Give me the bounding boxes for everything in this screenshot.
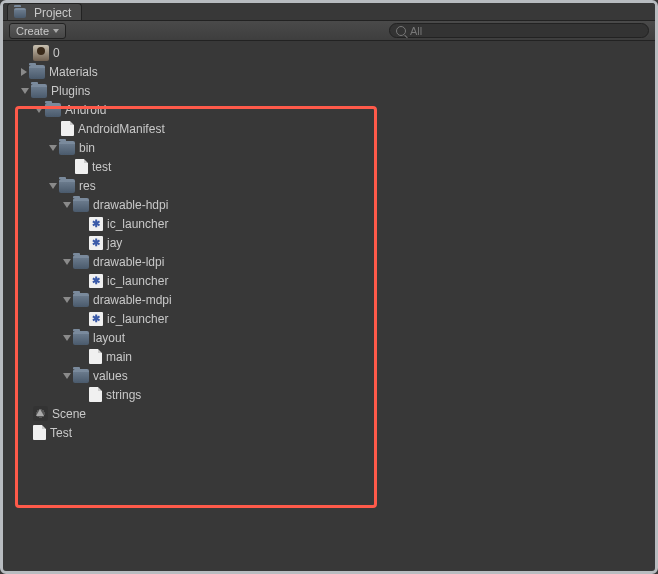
tree-row[interactable]: drawable-mdpi	[3, 290, 655, 309]
search-icon	[396, 26, 406, 36]
image-icon: ✱	[89, 217, 103, 231]
tree-item-label: strings	[106, 388, 141, 402]
create-button[interactable]: Create	[9, 23, 66, 39]
image-icon: ✱	[89, 236, 103, 250]
search-input[interactable]	[410, 25, 642, 37]
folder-icon	[73, 331, 89, 345]
disclosure-arrow-icon[interactable]	[21, 68, 27, 76]
folder-icon	[59, 141, 75, 155]
arrow-spacer	[77, 276, 87, 286]
tree-row[interactable]: Scene	[3, 404, 655, 423]
tree-item-label: values	[93, 369, 128, 383]
arrow-spacer	[77, 314, 87, 324]
folder-icon	[73, 369, 89, 383]
tree-row[interactable]: layout	[3, 328, 655, 347]
document-icon	[61, 121, 74, 136]
tree-item-label: ic_launcher	[107, 217, 168, 231]
arrow-spacer	[49, 124, 59, 134]
tab-label: Project	[34, 6, 71, 20]
document-icon	[33, 425, 46, 440]
tree-item-label: AndroidManifest	[78, 122, 165, 136]
arrow-spacer	[21, 428, 31, 438]
tree-row[interactable]: drawable-ldpi	[3, 252, 655, 271]
tree-item-label: jay	[107, 236, 122, 250]
tree-row[interactable]: Plugins	[3, 81, 655, 100]
arrow-spacer	[77, 390, 87, 400]
tree-row[interactable]: AndroidManifest	[3, 119, 655, 138]
arrow-spacer	[77, 219, 87, 229]
document-icon	[89, 387, 102, 402]
tree-row[interactable]: ✱ic_launcher	[3, 271, 655, 290]
create-label: Create	[16, 25, 49, 37]
tree-row[interactable]: ✱ic_launcher	[3, 214, 655, 233]
document-icon	[75, 159, 88, 174]
folder-icon	[45, 103, 61, 117]
disclosure-arrow-icon[interactable]	[63, 373, 71, 379]
tree-item-label: Scene	[52, 407, 86, 421]
tree-item-label: 0	[53, 46, 60, 60]
tree-item-label: Plugins	[51, 84, 90, 98]
tree-row[interactable]: ✱ic_launcher	[3, 309, 655, 328]
disclosure-arrow-icon[interactable]	[63, 202, 71, 208]
avatar-icon	[33, 45, 49, 61]
tab-project[interactable]: Project	[7, 3, 82, 20]
tree-item-label: main	[106, 350, 132, 364]
tree-row[interactable]: test	[3, 157, 655, 176]
folder-icon	[31, 84, 47, 98]
disclosure-arrow-icon[interactable]	[63, 335, 71, 341]
tree-item-label: Test	[50, 426, 72, 440]
arrow-spacer	[77, 352, 87, 362]
chevron-down-icon	[53, 29, 59, 33]
tree-item-label: test	[92, 160, 111, 174]
tab-bar: Project	[3, 3, 655, 21]
tree-row[interactable]: bin	[3, 138, 655, 157]
folder-icon	[73, 293, 89, 307]
arrow-spacer	[21, 48, 31, 58]
disclosure-arrow-icon[interactable]	[63, 259, 71, 265]
disclosure-arrow-icon[interactable]	[49, 183, 57, 189]
image-icon: ✱	[89, 274, 103, 288]
project-tree[interactable]: 0MaterialsPluginsAndroidAndroidManifestb…	[3, 41, 655, 571]
tree-row[interactable]: Test	[3, 423, 655, 442]
tree-item-label: ic_launcher	[107, 274, 168, 288]
tree-row[interactable]: Android	[3, 100, 655, 119]
disclosure-arrow-icon[interactable]	[21, 88, 29, 94]
folder-icon	[14, 8, 26, 18]
tree-item-label: ic_launcher	[107, 312, 168, 326]
arrow-spacer	[77, 238, 87, 248]
arrow-spacer	[63, 162, 73, 172]
tree-row[interactable]: values	[3, 366, 655, 385]
disclosure-arrow-icon[interactable]	[35, 107, 43, 113]
disclosure-arrow-icon[interactable]	[49, 145, 57, 151]
tree-row[interactable]: Materials	[3, 62, 655, 81]
tree-item-label: layout	[93, 331, 125, 345]
image-icon: ✱	[89, 312, 103, 326]
unity-scene-icon	[33, 406, 48, 421]
folder-icon	[73, 255, 89, 269]
tree-row[interactable]: main	[3, 347, 655, 366]
tree-item-label: drawable-mdpi	[93, 293, 172, 307]
tree-row[interactable]: drawable-hdpi	[3, 195, 655, 214]
tree-item-label: bin	[79, 141, 95, 155]
project-panel: Project Create 0MaterialsPluginsAndroidA…	[3, 3, 655, 571]
tree-row[interactable]: strings	[3, 385, 655, 404]
folder-icon	[73, 198, 89, 212]
tree-item-label: Android	[65, 103, 106, 117]
tree-row[interactable]: res	[3, 176, 655, 195]
tree-item-label: drawable-ldpi	[93, 255, 164, 269]
arrow-spacer	[21, 409, 31, 419]
tree-row[interactable]: 0	[3, 43, 655, 62]
tree-item-label: drawable-hdpi	[93, 198, 168, 212]
tree-item-label: Materials	[49, 65, 98, 79]
tree-row[interactable]: ✱jay	[3, 233, 655, 252]
disclosure-arrow-icon[interactable]	[63, 297, 71, 303]
document-icon	[89, 349, 102, 364]
toolbar: Create	[3, 21, 655, 41]
tree-item-label: res	[79, 179, 96, 193]
folder-icon	[29, 65, 45, 79]
folder-icon	[59, 179, 75, 193]
search-field[interactable]	[389, 23, 649, 38]
